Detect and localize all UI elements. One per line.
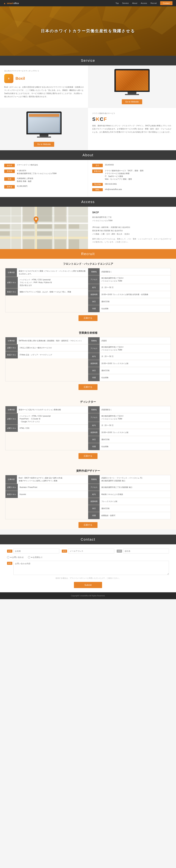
- svg-rect-14: [0, 230, 88, 230]
- boxil-logo-area: B Boxil: [4, 74, 84, 83]
- svg-rect-16: [21, 207, 22, 249]
- job-2-rrow-3: 就業時間 10:00〜19:00 フレックスタイム制: [88, 429, 171, 436]
- svg-rect-15: [0, 237, 88, 239]
- job-designer: 資料作成デザイナー 仕事内容 Boxil・SMCFで使用するデザイン素材 及び …: [5, 466, 171, 529]
- service-skcf-row: Go to Website クラウド素材作成のサービス SKCF 技術、素材作成…: [0, 108, 176, 150]
- job-0-apply-row: 応募する: [5, 312, 171, 322]
- about-row-mail: MAIL info@smartoffice.asia: [92, 188, 172, 191]
- job-3-apply-row: 応募する: [5, 519, 171, 529]
- job-director: ディレクター 仕事内容 新規サービス及びモバイルのディレクション業務全般 必要ス…: [5, 397, 171, 460]
- boxil-website-button[interactable]: Go to Website: [122, 99, 142, 104]
- radio-estimate-label[interactable]: ● お見積もり: [28, 556, 43, 559]
- svg-rect-13: [0, 223, 88, 224]
- service-boxil-row: 法人向けクラウドサービスマッチングサイト B Boxil Boxil（ボクシル）…: [0, 65, 176, 108]
- about-grid: 会社名 スマートオフィス株式会社 所在地 〒180-0074 東京都武蔵野市境二…: [0, 160, 176, 197]
- job-frontend-backend: フロントエンド・バックエンドエンジニア 仕事内容 新規サービスのプロダクト開発（…: [5, 259, 171, 322]
- radio-estimate[interactable]: [28, 556, 30, 558]
- nav-link-service[interactable]: Service: [122, 2, 129, 4]
- job-0-rrow-5: 待遇 社会保険: [88, 305, 171, 312]
- svg-rect-23: [37, 207, 52, 221]
- footer: Copyright© smartoffice All Rights Reserv…: [0, 592, 176, 599]
- service-boxil-left: 法人向けクラウドサービスマッチングサイト B Boxil Boxil（ボクシル）…: [0, 65, 88, 108]
- svg-rect-19: [67, 207, 68, 249]
- radio-inquiry[interactable]: [7, 556, 9, 558]
- svg-rect-32: [0, 231, 10, 236]
- nav-link-access[interactable]: Access: [141, 2, 147, 4]
- contact-radio-row: ● お問い合わせ ● お見積もり: [7, 556, 169, 559]
- submit-button[interactable]: Submit: [74, 582, 102, 588]
- map-area: [0, 207, 88, 249]
- job-1-apply-button[interactable]: 応募する: [78, 384, 98, 390]
- message-required-tag: 必須: [7, 562, 12, 565]
- svg-rect-22: [23, 207, 34, 221]
- svg-rect-17: [35, 207, 37, 249]
- job-title-2: ディレクター: [5, 397, 171, 406]
- svg-marker-9: [0, 33, 35, 56]
- email-input[interactable]: [68, 549, 114, 554]
- service-header: Service: [0, 56, 176, 65]
- skcf-website-button[interactable]: Go to Website: [34, 142, 54, 147]
- job-2-left: 仕事内容 新規サービス及びモバイルのディレクション業務全般 必要スキル バックエ…: [5, 406, 88, 450]
- skcf-logo-area: SKCF: [92, 116, 172, 122]
- about-row-established: 設立 2014/04/03: [92, 163, 172, 167]
- job-2-rrow-4: 休日 週休2日制: [88, 436, 171, 443]
- svg-rect-34: [37, 239, 52, 249]
- svg-rect-26: [37, 224, 52, 228]
- nav-link-recruit[interactable]: Recruit: [150, 2, 156, 4]
- company-input[interactable]: [123, 549, 169, 554]
- svg-rect-20: [10, 207, 11, 249]
- about-row-address: 所在地 〒180-0074 東京都武蔵野市境二丁目バトルビジョンビル758M: [4, 169, 83, 175]
- contact-form: 必須 必須 任意 ● お問い合わせ ● お見積もり: [0, 544, 176, 592]
- about-row-business: 事業内容 クラウド素材作成サービス「SKCF」 開発・運用 クラウドサービス比較…: [92, 169, 172, 181]
- about-row-company: 会社名 スマートオフィス株式会社: [4, 163, 83, 167]
- name-input[interactable]: [13, 549, 59, 554]
- job-2-apply-button[interactable]: 応募する: [78, 453, 98, 459]
- svg-rect-33: [23, 239, 34, 249]
- job-0-apply-button[interactable]: 応募する: [78, 315, 98, 321]
- job-title-0: フロントエンド・バックエンドエンジニア: [5, 259, 171, 268]
- job-0-left: 仕事内容 新規サービスのプロダクト開発（フロントエンド・バックエンド）に関する業…: [5, 268, 88, 312]
- job-2-grid: 仕事内容 新規サービス及びモバイルのディレクション業務全般 必要スキル バックエ…: [5, 406, 171, 450]
- service-skcf-left: Go to Website: [0, 108, 88, 150]
- nav-link-top[interactable]: Top: [116, 2, 119, 4]
- job-1-row-0: 仕事内容 SMTBoxilの営業に関する業務全般（新規開拓・既存・顧客対応・マネ…: [5, 337, 88, 344]
- recruit-section: Recruit フロントエンド・バックエンドエンジニア 仕事内容 新規サービスの…: [0, 249, 176, 529]
- job-1-row-1: 必要スキル 1年以上 営業 or 法人一般向けサービスの: [5, 344, 88, 351]
- job-3-apply-button[interactable]: 応募する: [78, 522, 98, 528]
- job-0-right: 勤務地 武蔵境駅近く アクセス 東京都武蔵野市境二丁目4-4 バトルビジョンビル…: [88, 268, 171, 312]
- svg-rect-31: [0, 224, 10, 228]
- nav-link-about[interactable]: About: [132, 2, 137, 4]
- map-svg: [0, 207, 88, 249]
- job-sales: 営業責任者候補 仕事内容 SMTBoxilの営業に関する業務全般（新規開拓・既存…: [5, 328, 171, 392]
- job-1-apply-row: 応募する: [5, 381, 171, 392]
- job-2-rrow-1: アクセス 東京都武蔵野市境二丁目4-4 バトルビジョンビル 758M: [88, 413, 171, 422]
- boxil-subtitle: 法人向けクラウドサービスマッチングサイト: [4, 70, 84, 72]
- hero-headline: 日本のホワイトカラー労働生産性を飛躍させる: [41, 28, 135, 34]
- job-2-row-2: 必要スキル HTML / CSS: [5, 425, 88, 432]
- job-3-rrow-2: 給与 時給制 スキルにより応相談: [88, 491, 171, 498]
- message-textarea[interactable]: [13, 561, 169, 575]
- about-header: About: [0, 150, 176, 160]
- access-info: SKCF 東京都武蔵野市境二丁目 バトルビジョンビル758M JR中央線（各駅停…: [88, 207, 176, 249]
- contact-section: Contact 必須 必須 任意 ● お問い合わせ: [0, 535, 176, 592]
- job-0-rrow-3: 就業時間 10:00〜19:00 フレックスタイム制可能 自宅作業・在宅勤務: [88, 291, 171, 298]
- job-2-row-1: 必要スキル バックエンド：HTML / CSS / javascript Pow…: [5, 413, 88, 425]
- about-right-col: 設立 2014/04/03 事業内容 クラウド素材作成サービス「SKCF」 開発…: [88, 160, 176, 197]
- boxil-logo-text: Boxil: [15, 76, 25, 81]
- email-field-container: 必須: [62, 549, 114, 554]
- name-required-tag: 必須: [7, 550, 12, 553]
- contact-nav-button[interactable]: Contact: [160, 1, 173, 5]
- job-1-left: 仕事内容 SMTBoxilの営業に関する業務全般（新規開拓・既存・顧客対応・マネ…: [5, 337, 88, 381]
- radio-inquiry-label[interactable]: ● お問い合わせ: [7, 556, 24, 559]
- access-section: Access: [0, 197, 176, 249]
- nav-links: Top Service About Access Recruit Contact: [116, 1, 173, 5]
- job-0-grid: 仕事内容 新規サービスのプロダクト開発（フロントエンド・バックエンド）に関する業…: [5, 268, 171, 312]
- access-company-name: SKCF: [92, 211, 172, 214]
- svg-point-38: [35, 218, 37, 220]
- job-2-row-0: 仕事内容 新規サービス及びモバイルのディレクション業務全般: [5, 406, 88, 413]
- skcf-logo-text: SKCF: [92, 116, 107, 122]
- submit-row: Submit: [7, 582, 169, 588]
- skcf-monitor: [26, 112, 62, 137]
- navigation: ▲ smartoffice Top Service About Access R…: [0, 0, 176, 6]
- job-1-rrow-0: 勤務地 武蔵境: [88, 337, 171, 344]
